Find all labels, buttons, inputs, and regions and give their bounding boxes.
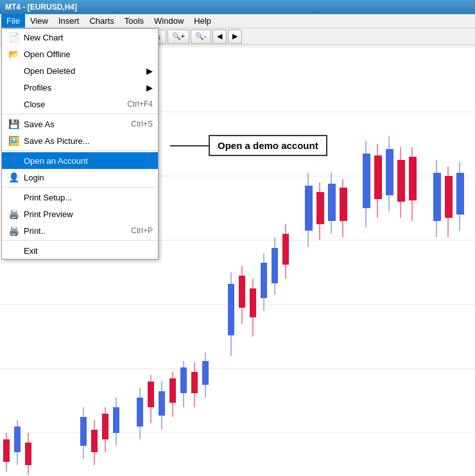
svg-rect-16	[91, 430, 98, 452]
svg-rect-44	[272, 248, 278, 283]
menu-save-as-picture[interactable]: 🖼️ Save As Picture...	[2, 132, 158, 149]
account-icon: 👤	[7, 155, 20, 166]
sep3	[2, 187, 158, 188]
print-setup-icon	[7, 191, 20, 203]
svg-rect-62	[397, 160, 405, 202]
zoom-in-icon[interactable]: 🔍+	[168, 30, 189, 44]
title-text: MT4 - [EURUSD,H4]	[5, 3, 77, 12]
print-icon: 🖨️	[7, 225, 20, 236]
svg-rect-52	[328, 184, 336, 221]
svg-rect-18	[102, 414, 108, 439]
menu-profiles[interactable]: Profiles ▶	[2, 79, 158, 96]
file-dropdown-menu: 📄 New Chart 📂 Open Offline Open Deleted …	[1, 28, 159, 260]
print-preview-label: Print Preview	[24, 209, 153, 219]
profiles-arrow: ▶	[146, 83, 153, 93]
open-deleted-label: Open Deleted	[24, 66, 144, 76]
print-label: Print..	[24, 226, 131, 236]
svg-rect-46	[282, 234, 289, 265]
print-setup-label: Print Setup...	[24, 193, 153, 202]
close-label: Close	[24, 100, 127, 109]
svg-rect-60	[386, 149, 393, 195]
svg-rect-8	[3, 439, 10, 462]
menu-login[interactable]: 👤 Login	[2, 169, 158, 186]
svg-rect-10	[14, 427, 21, 452]
svg-rect-34	[202, 361, 209, 385]
new-chart-icon: 📄	[7, 31, 20, 43]
chart-scroll-right[interactable]: ▶	[228, 30, 242, 44]
menu-file[interactable]: File	[1, 14, 25, 28]
zoom-out-icon[interactable]: 🔍-	[191, 30, 211, 44]
svg-rect-68	[445, 176, 453, 218]
menu-print-setup[interactable]: Print Setup...	[2, 189, 158, 206]
menu-open-deleted[interactable]: Open Deleted ▶	[2, 62, 158, 79]
svg-rect-64	[409, 157, 417, 200]
svg-rect-20	[113, 407, 119, 433]
close-icon	[7, 98, 20, 110]
profiles-label: Profiles	[24, 83, 144, 93]
svg-rect-58	[374, 155, 382, 199]
svg-rect-36	[228, 284, 234, 335]
svg-rect-56	[363, 154, 370, 208]
svg-rect-28	[169, 378, 176, 403]
menu-bar: File View Insert Charts Tools Window Hel…	[0, 14, 475, 28]
svg-rect-22	[137, 398, 143, 427]
menu-print[interactable]: 🖨️ Print.. Ctrl+P	[2, 222, 158, 239]
svg-rect-38	[239, 276, 245, 308]
sep2	[2, 150, 158, 151]
callout-annotation: Open a demo account	[170, 135, 327, 156]
menu-open-offline[interactable]: 📂 Open Offline	[2, 46, 158, 62]
svg-rect-50	[316, 192, 324, 224]
menu-new-chart[interactable]: 📄 New Chart	[2, 29, 158, 46]
save-as-label: Save As	[24, 119, 131, 129]
open-deleted-icon	[7, 65, 20, 76]
profiles-icon	[7, 82, 20, 93]
open-account-label: Open an Account	[24, 156, 153, 166]
exit-icon	[7, 245, 20, 256]
menu-view[interactable]: View	[25, 14, 53, 28]
svg-rect-30	[180, 367, 187, 393]
svg-rect-32	[191, 372, 198, 393]
svg-rect-24	[148, 382, 154, 407]
save-as-icon: 💾	[7, 118, 20, 130]
callout-text: Open a demo account	[209, 135, 327, 156]
menu-print-preview[interactable]: 🖨️ Print Preview	[2, 206, 158, 222]
open-offline-label: Open Offline	[24, 49, 153, 59]
menu-window[interactable]: Window	[149, 14, 189, 28]
svg-rect-26	[159, 391, 165, 416]
svg-rect-54	[340, 188, 347, 221]
svg-rect-70	[456, 173, 464, 215]
exit-label: Exit	[24, 246, 153, 256]
svg-rect-14	[80, 417, 87, 446]
menu-save-as[interactable]: 💾 Save As Ctrl+S	[2, 116, 158, 132]
svg-rect-40	[250, 288, 256, 317]
print-preview-icon: 🖨️	[7, 208, 20, 220]
callout-line	[170, 145, 209, 146]
menu-insert[interactable]: Insert	[53, 14, 85, 28]
open-deleted-arrow: ▶	[146, 66, 153, 76]
menu-close[interactable]: Close Ctrl+F4	[2, 96, 158, 112]
print-shortcut: Ctrl+P	[131, 226, 153, 235]
menu-tools[interactable]: Tools	[119, 14, 149, 28]
menu-help[interactable]: Help	[189, 14, 216, 28]
svg-rect-66	[433, 173, 441, 221]
svg-rect-12	[25, 443, 31, 465]
svg-rect-48	[305, 186, 313, 231]
save-as-shortcut: Ctrl+S	[131, 119, 153, 128]
new-chart-label: New Chart	[24, 33, 153, 42]
sep4	[2, 240, 158, 241]
chart-scroll-left[interactable]: ◀	[212, 30, 227, 44]
login-label: Login	[24, 173, 153, 182]
save-as-picture-label: Save As Picture...	[24, 136, 153, 146]
close-shortcut: Ctrl+F4	[127, 100, 153, 109]
title-bar: MT4 - [EURUSD,H4]	[0, 0, 475, 14]
svg-rect-42	[261, 263, 267, 298]
save-picture-icon: 🖼️	[7, 135, 20, 146]
sep1	[2, 114, 158, 114]
menu-exit[interactable]: Exit	[2, 242, 158, 259]
menu-open-account[interactable]: 👤 Open an Account	[2, 152, 158, 169]
menu-charts[interactable]: Charts	[84, 14, 119, 28]
login-icon: 👤	[7, 172, 20, 183]
open-offline-icon: 📂	[7, 48, 20, 60]
